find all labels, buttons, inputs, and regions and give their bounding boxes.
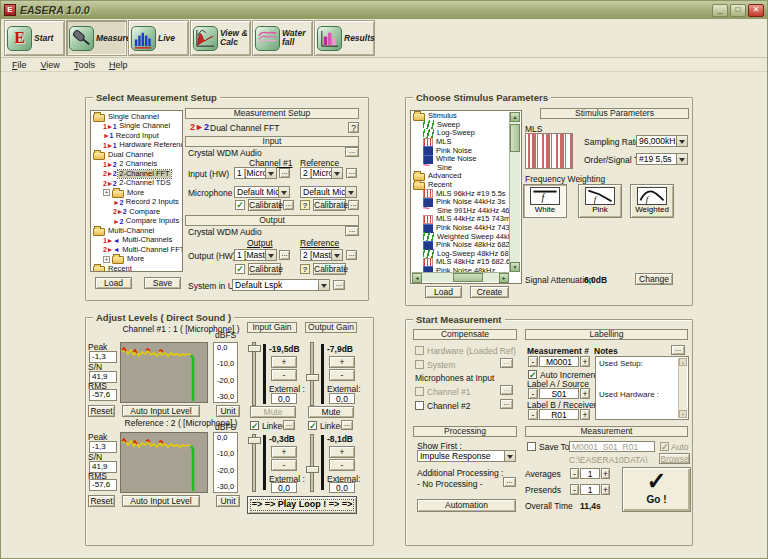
calibrate-input2-browse[interactable]: ... xyxy=(348,200,359,210)
mic1-select[interactable]: Default Mic xyxy=(234,186,290,198)
menu-view[interactable]: View xyxy=(34,59,67,71)
input-external-field[interactable]: 0,0 xyxy=(271,393,297,404)
notes-browse-button[interactable]: ... xyxy=(671,345,685,355)
notes-textarea[interactable]: Used Setup: Used Hardware : ▲ ▼ xyxy=(595,356,689,420)
tree-item[interactable]: Dual Channel xyxy=(93,150,182,160)
tab-start[interactable]: E Start xyxy=(4,20,65,56)
output-gain2-minus-button[interactable]: - xyxy=(329,459,355,471)
maximize-button[interactable]: □ xyxy=(730,4,746,17)
scroll-left-icon[interactable]: ◄ xyxy=(412,273,422,283)
tree-item[interactable]: 2-Channel FFT xyxy=(103,169,182,179)
automation-button[interactable]: Automation xyxy=(417,499,516,512)
change-attenuation-button[interactable]: Change xyxy=(635,273,673,285)
auto-input-level-button-channel1[interactable]: Auto Input Level xyxy=(122,405,200,417)
input1-select[interactable]: 1 [Micropho xyxy=(234,167,277,179)
weighting-weighted-button[interactable]: f Weighted xyxy=(630,184,674,218)
scroll-down-icon[interactable]: ▼ xyxy=(510,262,520,272)
tree-item[interactable]: +More xyxy=(103,255,182,265)
input2-select[interactable]: 2 [Micropho xyxy=(300,167,343,179)
averages-field[interactable]: 1 xyxy=(580,468,600,479)
output-gain2-slider-track[interactable] xyxy=(310,434,314,492)
scrollbar-thumb[interactable] xyxy=(453,273,483,282)
auto-increment-checkbox[interactable]: ✓ xyxy=(528,370,537,379)
stimulus-tree[interactable]: ▲ ▼ ◄ ► StimulusSweepLog-SweepMLSPink No… xyxy=(410,110,522,284)
horizontal-scrollbar[interactable]: ◄ ► xyxy=(412,272,509,282)
presends-field[interactable]: 1 xyxy=(580,484,600,495)
reset-button-channel2[interactable]: Reset xyxy=(88,495,115,507)
save-to-checkbox[interactable] xyxy=(527,442,536,451)
notes-scrollbar[interactable]: ▲ ▼ xyxy=(678,358,687,418)
averages-plus-button[interactable]: + xyxy=(601,468,610,479)
input-device-browse-button[interactable]: ... xyxy=(345,147,359,157)
go-button[interactable]: ✓ Go ! xyxy=(622,467,691,512)
tree-item[interactable]: 2 Channels xyxy=(103,160,182,170)
expand-icon[interactable]: + xyxy=(103,189,110,196)
weighting-pink-button[interactable]: f Pink xyxy=(578,184,622,218)
menu-file[interactable]: File xyxy=(5,59,34,71)
hardware-ref-checkbox[interactable] xyxy=(415,346,424,355)
output1-select[interactable]: 1 [Master Vo xyxy=(234,249,277,261)
additional-processing-browse[interactable]: ... xyxy=(503,477,516,487)
browse-button[interactable]: Browse xyxy=(659,453,690,464)
order-signal-time-select[interactable]: #19 5,5s xyxy=(636,153,688,165)
tab-waterfall[interactable]: Water fall xyxy=(252,20,313,56)
auto-input-level-button-channel2[interactable]: Auto Input Level xyxy=(122,495,200,507)
tree-item[interactable]: Hardware Reference xyxy=(103,141,182,151)
menu-tools[interactable]: Tools xyxy=(67,59,102,71)
input-external2-field[interactable]: 0,0 xyxy=(271,482,297,493)
scrollbar-thumb[interactable] xyxy=(510,124,520,152)
setup-help-button[interactable]: ? xyxy=(348,122,359,133)
scroll-up-icon[interactable]: ▲ xyxy=(510,112,520,122)
input-gain-minus-button[interactable]: - xyxy=(271,369,297,381)
output-external2-field[interactable]: 0,0 xyxy=(329,482,355,493)
input-gain2-slider-thumb[interactable] xyxy=(248,437,261,444)
system-browse-button[interactable]: ... xyxy=(500,358,513,368)
expand-icon[interactable]: + xyxy=(103,256,110,263)
title-bar[interactable]: E EASERA 1.0.0 _ □ ✕ xyxy=(1,1,767,19)
output-linked-browse[interactable]: ... xyxy=(341,420,353,430)
show-first-select[interactable]: Impulse Response xyxy=(417,450,516,462)
tab-view-calc[interactable]: View & Calc xyxy=(190,20,251,56)
label-a-plus-button[interactable]: + xyxy=(580,388,590,399)
measurement-minus-button[interactable]: - xyxy=(528,356,538,367)
measurement-number-field[interactable]: M0001 xyxy=(539,356,579,367)
calibrate-output2-button[interactable]: Calibrate xyxy=(313,263,346,275)
input-gain-slider-thumb[interactable] xyxy=(248,345,261,352)
play-loop-button[interactable]: => => Play Loop ! => => xyxy=(247,496,357,514)
tree-item[interactable]: 2-Channel TDS xyxy=(103,179,182,189)
output-device-browse-button[interactable]: ... xyxy=(345,226,359,236)
output-gain-plus-button[interactable]: + xyxy=(329,356,355,368)
output-mute-button[interactable]: Mute xyxy=(308,406,354,418)
save-to-field[interactable]: M0001_S01_R01 xyxy=(569,441,655,452)
tree-item[interactable]: Single Channel xyxy=(103,122,182,132)
tree-item[interactable]: Single Channel xyxy=(93,112,182,122)
minimize-button[interactable]: _ xyxy=(712,4,728,17)
tab-results[interactable]: Results xyxy=(314,20,375,56)
tab-measure[interactable]: Measure xyxy=(66,20,127,56)
output-external-field[interactable]: 0,0 xyxy=(329,393,355,404)
presends-plus-button[interactable]: + xyxy=(601,484,610,495)
unit-button-channel2[interactable]: Unit xyxy=(216,495,240,507)
channel1-browse-button[interactable]: ... xyxy=(500,385,513,395)
tree-item[interactable]: Compare xyxy=(113,207,182,217)
save-setup-button[interactable]: Save xyxy=(144,277,181,289)
auto-filename-checkbox[interactable]: ✓ xyxy=(660,442,669,451)
output2-select[interactable]: 2 [Master Vo xyxy=(300,249,343,261)
mic2-select[interactable]: Default Mic xyxy=(300,186,357,198)
output-gain2-slider-thumb[interactable] xyxy=(306,466,319,473)
calibrate-input1-button[interactable]: Calibrate xyxy=(248,199,281,211)
system-checkbox[interactable] xyxy=(415,360,424,369)
input1-browse-button[interactable]: ... xyxy=(279,168,290,178)
channel1-checkbox[interactable] xyxy=(415,387,424,396)
tree-item[interactable]: Stimulus xyxy=(413,112,509,121)
calibrate-input1-browse[interactable]: ... xyxy=(283,200,294,210)
close-button[interactable]: ✕ xyxy=(748,4,764,17)
unit-button-channel1[interactable]: Unit xyxy=(216,405,240,417)
tree-item[interactable]: +More xyxy=(103,188,182,198)
presends-minus-button[interactable]: - xyxy=(570,484,579,495)
label-b-plus-button[interactable]: + xyxy=(580,409,590,420)
tab-live[interactable]: Live xyxy=(128,20,189,56)
input-gain2-minus-button[interactable]: - xyxy=(271,459,297,471)
measurement-plus-button[interactable]: + xyxy=(580,356,590,367)
input-linked-browse[interactable]: ... xyxy=(283,420,295,430)
